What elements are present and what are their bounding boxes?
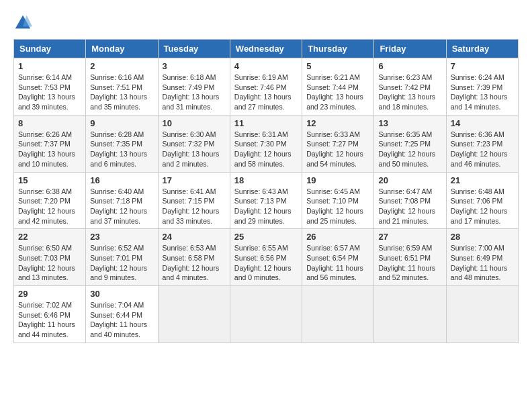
day-number: 24 — [163, 232, 226, 242]
day-info: Sunrise: 6:55 AMSunset: 6:56 PMDaylight:… — [234, 243, 298, 283]
day-info: Sunrise: 6:48 AMSunset: 7:06 PMDaylight:… — [451, 187, 514, 226]
day-info: Sunrise: 6:38 AMSunset: 7:20 PMDaylight:… — [18, 187, 81, 226]
column-header-saturday: Saturday — [446, 40, 518, 58]
day-number: 2 — [90, 61, 153, 71]
day-info: Sunrise: 6:35 AMSunset: 7:25 PMDaylight:… — [378, 130, 441, 169]
day-info: Sunrise: 6:33 AMSunset: 7:27 PMDaylight:… — [306, 130, 369, 169]
calendar-cell — [230, 286, 302, 343]
day-number: 28 — [451, 232, 514, 242]
calendar-cell: 12Sunrise: 6:33 AMSunset: 7:27 PMDayligh… — [302, 115, 374, 172]
day-info: Sunrise: 6:59 AMSunset: 6:51 PMDaylight:… — [378, 243, 441, 283]
calendar-cell: 9Sunrise: 6:28 AMSunset: 7:35 PMDaylight… — [86, 115, 158, 172]
day-number: 25 — [234, 232, 298, 242]
column-header-wednesday: Wednesday — [230, 40, 302, 58]
day-info: Sunrise: 6:14 AMSunset: 7:53 PMDaylight:… — [18, 73, 81, 112]
day-number: 18 — [234, 175, 298, 185]
calendar-header-row: SundayMondayTuesdayWednesdayThursdayFrid… — [14, 40, 519, 58]
day-info: Sunrise: 6:19 AMSunset: 7:46 PMDaylight:… — [234, 73, 298, 112]
day-info: Sunrise: 6:57 AMSunset: 6:54 PMDaylight:… — [306, 243, 369, 283]
day-info: Sunrise: 6:16 AMSunset: 7:51 PMDaylight:… — [90, 73, 153, 112]
calendar-cell: 5Sunrise: 6:21 AMSunset: 7:44 PMDaylight… — [302, 58, 374, 116]
day-number: 23 — [90, 232, 153, 242]
calendar-cell: 16Sunrise: 6:40 AMSunset: 7:18 PMDayligh… — [86, 172, 158, 229]
day-info: Sunrise: 6:52 AMSunset: 7:01 PMDaylight:… — [90, 243, 153, 283]
calendar-cell: 21Sunrise: 6:48 AMSunset: 7:06 PMDayligh… — [446, 172, 518, 229]
calendar-cell — [446, 286, 518, 343]
column-header-thursday: Thursday — [302, 40, 374, 58]
day-number: 17 — [163, 175, 226, 185]
calendar-week-3: 15Sunrise: 6:38 AMSunset: 7:20 PMDayligh… — [14, 172, 519, 229]
day-info: Sunrise: 6:40 AMSunset: 7:18 PMDaylight:… — [90, 187, 153, 226]
day-number: 21 — [451, 175, 514, 185]
calendar-cell: 1Sunrise: 6:14 AMSunset: 7:53 PMDaylight… — [14, 58, 86, 116]
day-number: 10 — [163, 118, 226, 128]
calendar-cell: 17Sunrise: 6:41 AMSunset: 7:15 PMDayligh… — [158, 172, 230, 229]
day-number: 8 — [18, 118, 81, 128]
day-number: 22 — [18, 232, 81, 242]
calendar-cell: 15Sunrise: 6:38 AMSunset: 7:20 PMDayligh… — [14, 172, 86, 229]
day-number: 19 — [306, 175, 369, 185]
day-info: Sunrise: 6:53 AMSunset: 6:58 PMDaylight:… — [163, 243, 226, 283]
calendar-cell — [374, 286, 446, 343]
day-info: Sunrise: 7:02 AMSunset: 6:46 PMDaylight:… — [18, 300, 81, 340]
day-number: 5 — [306, 61, 369, 71]
day-number: 9 — [90, 118, 153, 128]
day-info: Sunrise: 6:43 AMSunset: 7:13 PMDaylight:… — [234, 187, 298, 226]
calendar-cell: 4Sunrise: 6:19 AMSunset: 7:46 PMDaylight… — [230, 58, 302, 116]
day-number: 3 — [163, 61, 226, 71]
day-number: 11 — [234, 118, 298, 128]
calendar-cell: 30Sunrise: 7:04 AMSunset: 6:44 PMDayligh… — [86, 286, 158, 343]
calendar-week-2: 8Sunrise: 6:26 AMSunset: 7:37 PMDaylight… — [14, 115, 519, 172]
day-number: 13 — [378, 118, 441, 128]
calendar-cell: 23Sunrise: 6:52 AMSunset: 7:01 PMDayligh… — [86, 229, 158, 286]
calendar-cell: 2Sunrise: 6:16 AMSunset: 7:51 PMDaylight… — [86, 58, 158, 116]
day-number: 15 — [18, 175, 81, 185]
day-number: 26 — [306, 232, 369, 242]
day-info: Sunrise: 7:00 AMSunset: 6:49 PMDaylight:… — [451, 243, 514, 283]
day-info: Sunrise: 6:24 AMSunset: 7:39 PMDaylight:… — [451, 73, 514, 112]
day-number: 12 — [306, 118, 369, 128]
day-info: Sunrise: 6:26 AMSunset: 7:37 PMDaylight:… — [18, 130, 81, 169]
day-info: Sunrise: 6:31 AMSunset: 7:30 PMDaylight:… — [234, 130, 298, 169]
logo — [13, 13, 35, 32]
day-info: Sunrise: 6:50 AMSunset: 7:03 PMDaylight:… — [18, 243, 81, 283]
day-number: 6 — [378, 61, 441, 71]
day-info: Sunrise: 6:45 AMSunset: 7:10 PMDaylight:… — [306, 187, 369, 226]
calendar-cell: 28Sunrise: 7:00 AMSunset: 6:49 PMDayligh… — [446, 229, 518, 286]
calendar-cell: 27Sunrise: 6:59 AMSunset: 6:51 PMDayligh… — [374, 229, 446, 286]
calendar-cell: 3Sunrise: 6:18 AMSunset: 7:49 PMDaylight… — [158, 58, 230, 116]
day-number: 4 — [234, 61, 298, 71]
calendar-cell — [158, 286, 230, 343]
day-info: Sunrise: 6:23 AMSunset: 7:42 PMDaylight:… — [378, 73, 441, 112]
day-number: 29 — [18, 289, 81, 299]
day-number: 14 — [451, 118, 514, 128]
calendar-cell: 19Sunrise: 6:45 AMSunset: 7:10 PMDayligh… — [302, 172, 374, 229]
column-header-tuesday: Tuesday — [158, 40, 230, 58]
logo-icon — [13, 13, 32, 32]
calendar-cell: 25Sunrise: 6:55 AMSunset: 6:56 PMDayligh… — [230, 229, 302, 286]
day-number: 27 — [378, 232, 441, 242]
calendar-cell: 11Sunrise: 6:31 AMSunset: 7:30 PMDayligh… — [230, 115, 302, 172]
calendar-cell: 24Sunrise: 6:53 AMSunset: 6:58 PMDayligh… — [158, 229, 230, 286]
calendar-cell: 14Sunrise: 6:36 AMSunset: 7:23 PMDayligh… — [446, 115, 518, 172]
calendar-cell: 22Sunrise: 6:50 AMSunset: 7:03 PMDayligh… — [14, 229, 86, 286]
day-number: 16 — [90, 175, 153, 185]
day-info: Sunrise: 6:18 AMSunset: 7:49 PMDaylight:… — [163, 73, 226, 112]
column-header-monday: Monday — [86, 40, 158, 58]
calendar-cell: 18Sunrise: 6:43 AMSunset: 7:13 PMDayligh… — [230, 172, 302, 229]
calendar-cell: 10Sunrise: 6:30 AMSunset: 7:32 PMDayligh… — [158, 115, 230, 172]
day-info: Sunrise: 7:04 AMSunset: 6:44 PMDaylight:… — [90, 300, 153, 340]
column-header-friday: Friday — [374, 40, 446, 58]
day-number: 20 — [378, 175, 441, 185]
page-header — [13, 13, 519, 32]
column-header-sunday: Sunday — [14, 40, 86, 58]
day-info: Sunrise: 6:41 AMSunset: 7:15 PMDaylight:… — [163, 187, 226, 226]
day-info: Sunrise: 6:30 AMSunset: 7:32 PMDaylight:… — [163, 130, 226, 169]
day-info: Sunrise: 6:21 AMSunset: 7:44 PMDaylight:… — [306, 73, 369, 112]
day-number: 1 — [18, 61, 81, 71]
day-info: Sunrise: 6:47 AMSunset: 7:08 PMDaylight:… — [378, 187, 441, 226]
calendar-table: SundayMondayTuesdayWednesdayThursdayFrid… — [13, 39, 519, 343]
calendar-cell: 6Sunrise: 6:23 AMSunset: 7:42 PMDaylight… — [374, 58, 446, 116]
calendar-cell: 26Sunrise: 6:57 AMSunset: 6:54 PMDayligh… — [302, 229, 374, 286]
day-info: Sunrise: 6:36 AMSunset: 7:23 PMDaylight:… — [451, 130, 514, 169]
